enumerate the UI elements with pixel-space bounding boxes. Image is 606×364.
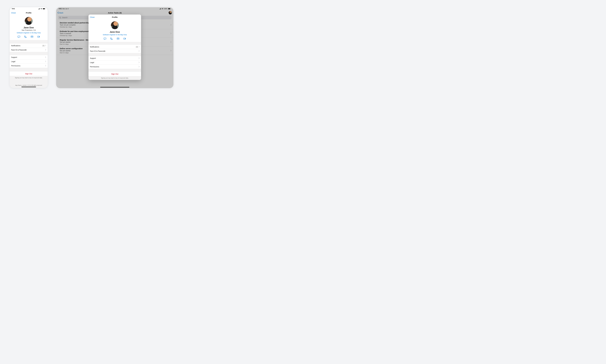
row-label: Legal xyxy=(90,62,139,64)
battery-icon xyxy=(43,8,45,10)
sign-out-button[interactable]: Sign Out xyxy=(88,72,141,76)
chevron-right-icon xyxy=(45,61,46,62)
chevron-right-icon xyxy=(45,45,46,46)
notifications-badge: (3) xyxy=(42,45,44,47)
avatar[interactable] xyxy=(111,21,119,29)
profile-popover: Close Profile Jane Doe Software engineer… xyxy=(88,14,141,80)
chevron-right-icon xyxy=(45,65,46,66)
row-permissions[interactable]: Permissions xyxy=(88,65,141,69)
row-label: Support xyxy=(11,56,45,58)
chevron-right-icon xyxy=(45,49,46,51)
mail-icon[interactable] xyxy=(117,37,119,40)
avatar[interactable] xyxy=(25,17,33,25)
row-label: Face ID & Passcode xyxy=(90,50,139,52)
row-label: Support xyxy=(90,57,139,59)
row-support[interactable]: Support xyxy=(10,55,48,59)
home-indicator[interactable] xyxy=(100,87,129,87)
wifi-icon xyxy=(40,8,42,10)
row-label: Notifications xyxy=(90,46,136,48)
notifications-badge: (3) xyxy=(136,46,138,48)
popover-navbar: Close Profile xyxy=(88,14,141,20)
profile-name: Jane Doe xyxy=(11,26,46,29)
chevron-right-icon xyxy=(139,62,140,63)
profile-header: Jane Doe Software engineer in the Bay Ar… xyxy=(88,20,141,42)
status-time: 9:41 xyxy=(12,8,15,10)
chat-icon[interactable] xyxy=(18,35,20,38)
chevron-right-icon xyxy=(139,66,140,67)
phone-icon[interactable] xyxy=(24,35,27,38)
app-footer: App Name, version 1.3.14, All rights res… xyxy=(10,78,48,86)
settings-group-2: Support Legal Permissions xyxy=(10,55,48,68)
row-faceid[interactable]: Face ID & Passcode xyxy=(10,48,48,52)
profile-location: San Francisco, CA xyxy=(11,29,46,31)
row-label: Permissions xyxy=(90,66,139,68)
row-label: Notifications xyxy=(11,45,42,47)
row-faceid[interactable]: Face ID & Passcode xyxy=(88,49,141,53)
chevron-right-icon xyxy=(139,57,140,59)
row-notifications[interactable]: Notifications (3) xyxy=(10,43,48,48)
row-permissions[interactable]: Permissions xyxy=(10,64,48,68)
row-label: Legal xyxy=(11,61,45,63)
row-label: Permissions xyxy=(11,65,45,67)
chevron-right-icon xyxy=(139,50,140,52)
row-legal[interactable]: Legal xyxy=(88,60,141,65)
mail-icon[interactable] xyxy=(31,35,33,38)
row-legal[interactable]: Legal xyxy=(10,59,48,64)
sign-out-button[interactable]: Sign Out xyxy=(10,71,48,76)
phone-device: 9:41 Close Profile Jane Doe San Francisc… xyxy=(10,7,48,88)
profile-bio: Software engineer in the Bay Area xyxy=(11,32,46,34)
chevron-right-icon xyxy=(45,56,46,58)
video-icon[interactable] xyxy=(123,37,126,40)
close-button[interactable]: Close xyxy=(11,10,16,15)
profile-header: Jane Doe San Francisco, CA Software engi… xyxy=(10,15,48,40)
row-label: Face ID & Passcode xyxy=(11,49,45,51)
nav-title: Profile xyxy=(112,16,118,18)
sign-out-note: Signing out may lead to loss of unsynced… xyxy=(88,76,141,79)
close-button[interactable]: Close xyxy=(90,14,94,20)
chevron-right-icon xyxy=(139,46,140,48)
profile-bio: Software engineer in the Bay Area xyxy=(90,34,140,36)
phone-status-bar: 9:41 xyxy=(10,7,48,10)
row-notifications[interactable]: Notifications (3) xyxy=(88,45,141,49)
chat-icon[interactable] xyxy=(104,37,106,40)
cellular-icon xyxy=(38,8,40,10)
nav-title: Profile xyxy=(26,12,31,14)
profile-name: Jane Doe xyxy=(90,31,140,33)
tablet-device: 9:41 Mon Jun 3 100% Back Active Tasks (6… xyxy=(56,7,174,88)
settings-group-1: Notifications (3) Face ID & Passcode xyxy=(88,45,141,53)
video-icon[interactable] xyxy=(37,35,40,38)
home-indicator[interactable] xyxy=(21,87,36,87)
phone-navbar: Close Profile xyxy=(10,10,48,15)
settings-group-1: Notifications (3) Face ID & Passcode xyxy=(10,43,48,52)
settings-group-2: Support Legal Permissions xyxy=(88,56,141,69)
sign-out-note: Signing out may lead to loss of unsynced… xyxy=(10,76,48,78)
phone-icon[interactable] xyxy=(110,37,113,40)
row-support[interactable]: Support xyxy=(88,56,141,60)
